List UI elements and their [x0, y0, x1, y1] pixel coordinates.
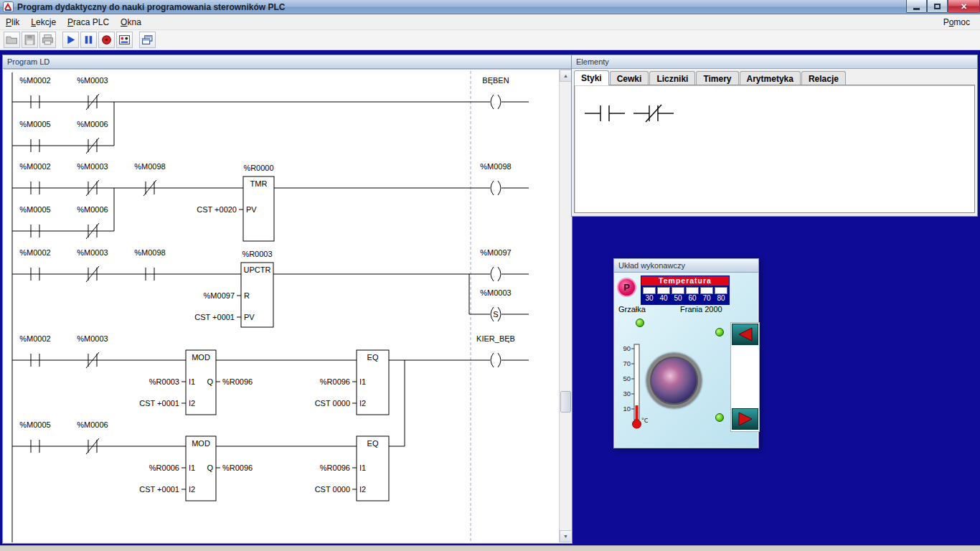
elements-window-titlebar[interactable]: Elementy	[572, 55, 977, 69]
svg-text:%M0005: %M0005	[19, 420, 50, 429]
contact-no-icon	[585, 103, 629, 124]
ladder-contact-no[interactable]: %M0002	[19, 248, 50, 281]
ladder-coil[interactable]: KIER_BĘB	[476, 334, 515, 367]
minimize-icon	[913, 8, 920, 10]
close-button[interactable]: ×	[948, 0, 980, 13]
ld-window-titlebar[interactable]: Program LD	[3, 55, 572, 69]
svg-text:%M0005: %M0005	[19, 205, 50, 214]
ladder-contact-no[interactable]: %M0002	[19, 334, 50, 367]
io-icon	[118, 34, 131, 46]
pause-button[interactable]	[80, 32, 97, 48]
window-titlebar[interactable]: Program dydaktyczny do nauki programowan…	[0, 0, 980, 14]
scrollbar-thumb[interactable]	[560, 391, 571, 413]
window-controls: ×	[906, 0, 980, 13]
ladder-contact-nc[interactable]: %M0006	[77, 120, 108, 154]
scale-value: 40	[656, 294, 671, 302]
ladder-block-tmr[interactable]: TMR%R0000CST +0020PV	[197, 164, 274, 241]
scroll-down-icon: ▼	[563, 534, 568, 539]
stop-icon	[100, 34, 113, 46]
rotate-right-button[interactable]	[732, 408, 758, 430]
ladder-contact-nc[interactable]: %M0006	[77, 205, 108, 239]
close-icon: ×	[961, 1, 966, 11]
menu-okna[interactable]: Okna	[115, 15, 147, 29]
cascade-windows-button[interactable]	[139, 32, 156, 48]
svg-text:CST 0000: CST 0000	[315, 399, 350, 408]
svg-text:%M0003: %M0003	[77, 248, 108, 257]
ladder-contact-no[interactable]: %M0002	[19, 162, 50, 194]
ladder-coil[interactable]: BĘBEN	[482, 76, 509, 109]
scroll-up-button[interactable]: ▲	[560, 70, 571, 82]
ladder-contact-no[interactable]: %M0002	[19, 76, 50, 108]
svg-text:%M0002: %M0002	[19, 162, 50, 171]
elements-palette	[574, 85, 975, 213]
ladder-contact-nc[interactable]: %M0003	[77, 76, 108, 110]
brand-label: Frania 2000	[680, 305, 722, 314]
ladder-coil[interactable]: %M0003S	[480, 288, 511, 321]
svg-text:I1: I1	[359, 463, 366, 472]
menu-praca-plc[interactable]: Praca PLC	[62, 15, 115, 29]
arrow-left-icon	[735, 326, 756, 342]
svg-text:%R0003: %R0003	[242, 250, 272, 258]
tab-cewki[interactable]: Cewki	[610, 71, 649, 85]
print-button[interactable]	[39, 32, 56, 48]
svg-text:%M0002: %M0002	[19, 76, 50, 85]
toolbar	[0, 30, 980, 50]
ladder-diagram[interactable]: %M0002%M0003%M0005%M0006%M0002%M0003%M00…	[6, 71, 547, 542]
rotate-left-button[interactable]	[732, 324, 758, 345]
print-icon	[42, 34, 54, 46]
ladder-contact-no[interactable]: %M0005	[19, 420, 50, 453]
io-config-button[interactable]	[116, 32, 133, 48]
svg-text:%R0003: %R0003	[149, 377, 179, 386]
palette-contact-nc[interactable]	[633, 103, 678, 124]
menu-lekcje[interactable]: Lekcje	[25, 15, 62, 29]
palette-contact-no[interactable]	[585, 103, 629, 124]
menu-pomoc[interactable]: Pomoc	[938, 15, 976, 29]
power-button[interactable]: P	[617, 278, 636, 297]
elements-tab-strip: Styki Cewki Liczniki Timery Arytmetyka R…	[572, 69, 977, 85]
ladder-contact-nc[interactable]: %M0003	[77, 162, 108, 196]
minimize-button[interactable]	[906, 0, 927, 13]
temperature-gauge	[641, 286, 729, 294]
ladder-block-upctr[interactable]: UPCTR%R0003%M0097RCST +0001PV	[194, 250, 273, 327]
svg-text:EQ: EQ	[367, 439, 379, 448]
maximize-button[interactable]	[927, 0, 948, 13]
svg-text:I2: I2	[359, 399, 366, 408]
ladder-contact-nc[interactable]: %M0098	[134, 162, 165, 196]
svg-text:%M0097: %M0097	[480, 248, 511, 257]
svg-text:%M0002: %M0002	[19, 334, 50, 343]
ladder-coil[interactable]: %M0098	[480, 162, 511, 195]
scale-value: 60	[685, 294, 699, 302]
tab-liczniki[interactable]: Liczniki	[649, 71, 695, 85]
svg-text:CST 0000: CST 0000	[315, 485, 350, 494]
tab-relacje[interactable]: Relacje	[801, 71, 846, 85]
svg-text:I1: I1	[189, 463, 195, 472]
ladder-contact-nc[interactable]: %M0006	[77, 420, 108, 454]
ladder-coil[interactable]: %M0097	[480, 248, 511, 281]
tab-styki[interactable]: Styki	[574, 70, 609, 85]
direction-left-led	[715, 328, 724, 336]
ladder-contact-nc[interactable]: %M0003	[77, 334, 108, 368]
tab-arytmetyka[interactable]: Arytmetyka	[740, 71, 801, 85]
ladder-contact-nc[interactable]: %M0003	[77, 248, 108, 282]
svg-text:%R0096: %R0096	[222, 463, 253, 472]
scale-value: 70	[699, 294, 714, 302]
simulation-window-titlebar[interactable]: Układ wykonawczy	[614, 259, 758, 273]
stop-button[interactable]	[98, 32, 115, 48]
contact-nc-icon	[633, 103, 678, 124]
tab-timery[interactable]: Timery	[696, 71, 738, 85]
ladder-contact-no[interactable]: %M0005	[19, 205, 50, 237]
ladder-contact-no[interactable]: %M0098	[134, 248, 165, 281]
scroll-down-button[interactable]: ▼	[560, 530, 571, 542]
svg-text:CST +0001: CST +0001	[139, 485, 179, 494]
save-button[interactable]	[22, 32, 38, 48]
menu-plik[interactable]: Plik	[0, 15, 25, 29]
scale-value: 80	[714, 294, 728, 302]
ld-vertical-scrollbar[interactable]: ▲ ▼	[559, 70, 571, 542]
svg-text:%M0006: %M0006	[77, 420, 108, 429]
svg-text:%M0003: %M0003	[77, 162, 108, 171]
open-button[interactable]	[4, 32, 20, 48]
svg-text:%M0097: %M0097	[204, 291, 235, 300]
run-button[interactable]	[62, 32, 79, 48]
ld-program-window: Program LD %M0002%M0003%M0005%M0006%M000…	[2, 55, 573, 544]
ladder-contact-no[interactable]: %M0005	[19, 120, 50, 152]
